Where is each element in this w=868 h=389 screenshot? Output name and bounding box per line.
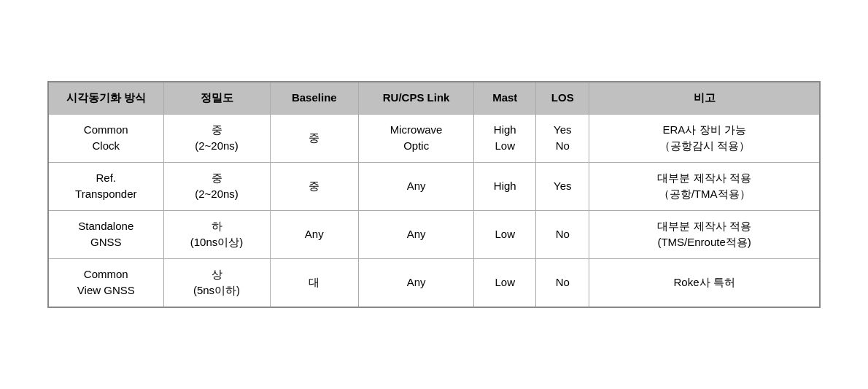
header-precision: 정밀도 <box>163 82 270 114</box>
cell-note-1: 대부분 제작사 적용 （공항/TMA적용） <box>589 162 820 210</box>
cell-note-0: ERA사 장비 가능 （공항감시 적용） <box>589 114 820 162</box>
cell-note-3: Roke사 특허 <box>589 258 820 307</box>
cell-sync-method-3: Common View GNSS <box>48 258 163 307</box>
header-sync-method: 시각동기화 방식 <box>48 82 163 114</box>
cell-los-0: Yes No <box>536 114 589 162</box>
cell-rucps-0: Microwave Optic <box>359 114 474 162</box>
cell-los-2: No <box>536 210 589 258</box>
cell-los-3: No <box>536 258 589 307</box>
cell-sync-method-2: Standalone GNSS <box>48 210 163 258</box>
header-mast: Mast <box>474 82 536 114</box>
header-rucps-link: RU/CPS Link <box>359 82 474 114</box>
cell-precision-1: 중 (2~20ns) <box>163 162 270 210</box>
header-los: LOS <box>536 82 589 114</box>
table-row: Common Clock 중 (2~20ns) 중 Microwave Opti… <box>48 114 820 162</box>
table-row: Common View GNSS 상 (5ns이하) 대 Any Low No … <box>48 258 820 307</box>
cell-baseline-3: 대 <box>270 258 359 307</box>
cell-rucps-2: Any <box>359 210 474 258</box>
cell-precision-0: 중 (2~20ns) <box>163 114 270 162</box>
cell-mast-2: Low <box>474 210 536 258</box>
sync-table: 시각동기화 방식 정밀도 Baseline RU/CPS Link Mast L… <box>47 81 821 308</box>
cell-sync-method-0: Common Clock <box>48 114 163 162</box>
header-note: 비고 <box>589 82 820 114</box>
main-table-wrapper: 시각동기화 방식 정밀도 Baseline RU/CPS Link Mast L… <box>47 81 821 308</box>
cell-sync-method-1: Ref. Transponder <box>48 162 163 210</box>
cell-mast-0: High Low <box>474 114 536 162</box>
cell-baseline-0: 중 <box>270 114 359 162</box>
header-row: 시각동기화 방식 정밀도 Baseline RU/CPS Link Mast L… <box>48 82 820 114</box>
cell-mast-1: High <box>474 162 536 210</box>
cell-rucps-1: Any <box>359 162 474 210</box>
table-row: Ref. Transponder 중 (2~20ns) 중 Any High Y… <box>48 162 820 210</box>
cell-rucps-3: Any <box>359 258 474 307</box>
cell-los-1: Yes <box>536 162 589 210</box>
header-baseline: Baseline <box>270 82 359 114</box>
cell-mast-3: Low <box>474 258 536 307</box>
cell-note-2: 대부분 제작사 적용 (TMS/Enroute적용) <box>589 210 820 258</box>
table-row: Standalone GNSS 하 (10ns이상) Any Any Low N… <box>48 210 820 258</box>
cell-baseline-2: Any <box>270 210 359 258</box>
cell-precision-2: 하 (10ns이상) <box>163 210 270 258</box>
cell-precision-3: 상 (5ns이하) <box>163 258 270 307</box>
cell-baseline-1: 중 <box>270 162 359 210</box>
